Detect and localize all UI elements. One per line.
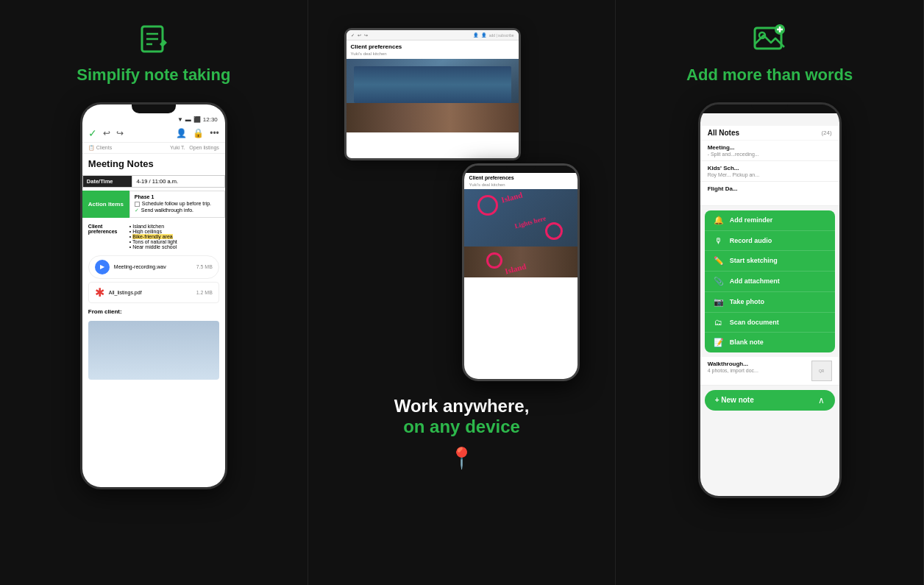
user-icon[interactable]: 👤 [176,128,187,138]
status-time: 12:30 [203,116,218,123]
menu-scan-document[interactable]: 🗂 Scan document [705,313,835,333]
camera-icon: 📷 [714,297,724,307]
toolbar: ✓ ↩ ↪ 👤 🔒 ••• [82,124,225,143]
new-note-bar[interactable]: + New note ∧ [705,390,835,411]
pdf-bar: ✱ All_listings.pdf 1.2 MB [88,282,219,303]
action-items-row: Action Items Phase 1 Schedule follow up … [82,191,225,218]
note-item-2[interactable]: Kids' Sch... Roy Mer... Pickup an... [700,161,839,182]
image-add-icon [752,21,787,56]
menu-add-reminder[interactable]: 🔔 Add reminder [705,210,835,231]
menu-start-sketching-label: Start sketching [730,257,778,264]
panel1-title: Simplify note taking [77,65,230,86]
audio-size: 7.5 MB [196,264,213,269]
work-subtitle: on any device [394,416,530,437]
menu-scan-document-label: Scan document [730,319,779,326]
note-title: Meeting Notes [82,154,225,172]
breadcrumb-bar: 📋 Clients Yuki T. Open listings [82,143,225,154]
note-table: Date/Time 4-19 / 11:00 a.m. [82,175,225,188]
redo-icon[interactable]: ↪ [116,128,124,138]
phone-notch [132,104,176,113]
checkbox-item-2: ✓ Send walkthrough info. [135,208,220,213]
pdf-size: 1.2 MB [196,290,213,295]
work-title: Work anywhere, [394,396,530,416]
menu-start-sketching[interactable]: ✏️ Start sketching [705,251,835,272]
panel2-bottom-text: Work anywhere, on any device 📍 [394,396,530,470]
tablet-mockup: ✓↩↪ 👤👤 add | subscribe Client preference… [344,28,521,160]
walkthrough-row: Walkthrough... 4 photos, import doc... Q… [708,361,832,381]
prefs-label: Client preferences [88,224,125,249]
tablet-kitchen-image [346,59,519,132]
title3-white: Add [686,65,722,84]
paperclip-icon: 📎 [714,277,724,286]
panel-add-more: Add more than words All Notes (24) Meeti… [616,0,924,585]
all-notes-count: (24) [821,130,831,136]
prefs-row: Client preferences • Island kitchen • Hi… [82,221,225,252]
notes-list: Meeting... - Split and...receding... Kid… [700,141,839,206]
title-white: Simplify [77,65,144,84]
menu-blank-note[interactable]: 📝 Blank note [705,333,835,352]
title-green: note taking [144,65,230,84]
window-preview-image [88,321,219,380]
qr-code: QR [811,361,832,381]
all-notes-header: All Notes (24) [700,126,839,140]
audio-bar: ▶ Meeting-recording.wav 7.5 MB [88,255,219,279]
pdf-icon: ✱ [95,286,104,299]
note-item-2-preview: Roy Mer... Pickup an... [708,172,832,177]
menu-add-reminder-label: Add reminder [730,216,773,224]
pdf-filename: All_listings.pdf [109,290,192,295]
note-item-1-title: Meeting... [708,144,832,151]
note-item-2-title: Kids' Sch... [708,165,832,171]
action-items-content: Phase 1 Schedule follow up before trip. … [129,191,225,218]
menu-blank-note-label: Blank note [730,338,764,346]
menu-record-audio-label: Record audio [730,237,772,244]
phone-mockup-1: ▼▬⬛ 12:30 ✓ ↩ ↪ 👤 🔒 ••• 📋 Clients Yuki T… [80,102,227,489]
note-item-3-title: Flight Da... [708,185,832,192]
panel3-screen: All Notes (24) Meeting... - Split and...… [700,113,839,496]
phone-mockup-3: All Notes (24) Meeting... - Split and...… [698,102,842,498]
phone2-mockup: Client preferences Yuki's deal kitchen I… [462,163,580,381]
note-item-3-preview [708,193,832,202]
note-item-1[interactable]: Meeting... - Split and...receding... [700,141,839,161]
walkthrough-preview: 4 photos, import doc... [708,368,808,373]
location-pin-icon: 📍 [394,446,530,470]
menu-add-attachment[interactable]: 📎 Add attachment [705,272,835,292]
note-item-walkthrough[interactable]: Walkthrough... 4 photos, import doc... Q… [700,357,839,386]
breadcrumb-right: Yuki T. Open listings [170,145,219,151]
caret-up-icon[interactable]: ∧ [818,395,825,405]
mic-icon: 🎙 [714,236,724,245]
menu-record-audio[interactable]: 🎙 Record audio [705,231,835,251]
note-item-3[interactable]: Flight Da... [700,182,839,206]
scan-icon: 🗂 [714,318,724,327]
menu-take-photo[interactable]: 📷 Take photo [705,292,835,313]
audio-filename: Meeting-recording.wav [114,264,192,269]
check-icon: ✓ [88,127,97,139]
play-button[interactable]: ▶ [95,260,110,274]
from-client-label: From client: [82,305,225,318]
title3-green: more than words [722,65,853,84]
note-taking-icon [136,21,171,56]
table-label: Date/Time [82,175,132,187]
breadcrumb-clients: 📋 Clients [88,145,112,151]
undo-icon[interactable]: ↩ [103,128,110,138]
bell-icon: 🔔 [714,216,724,225]
dual-device-container: ✓↩↪ 👤👤 add | subscribe Client preference… [344,28,580,381]
phone2-screen: Client preferences Yuki's deal kitchen I… [464,173,578,379]
note-icon: 📝 [714,338,724,347]
note-item-1-preview: - Split and...receding... [708,152,832,157]
action-items-label: Action Items [82,191,129,218]
table-value: 4-19 / 11:00 a.m. [132,175,224,187]
menu-add-attachment-label: Add attachment [730,277,780,285]
status-bar: ▼▬⬛ 12:30 [82,115,225,124]
tablet-toolbar: ✓↩↪ 👤👤 add | subscribe [346,30,519,40]
green-menu: 🔔 Add reminder 🎙 Record audio ✏️ Start s… [705,210,835,352]
pen-icon: ✏️ [714,256,724,266]
menu-take-photo-label: Take photo [730,298,764,305]
phase-label: Phase 1 [135,194,220,199]
panel3-title: Add more than words [686,65,853,86]
more-icon[interactable]: ••• [210,128,219,138]
panel-work-anywhere: ✓↩↪ 👤👤 add | subscribe Client preference… [308,0,616,585]
new-note-label: + New note [715,396,754,404]
walkthrough-title: Walkthrough... [708,361,808,367]
phone-screen-1: ▼▬⬛ 12:30 ✓ ↩ ↪ 👤 🔒 ••• 📋 Clients Yuki T… [82,104,225,487]
lock-icon[interactable]: 🔒 [193,128,204,138]
